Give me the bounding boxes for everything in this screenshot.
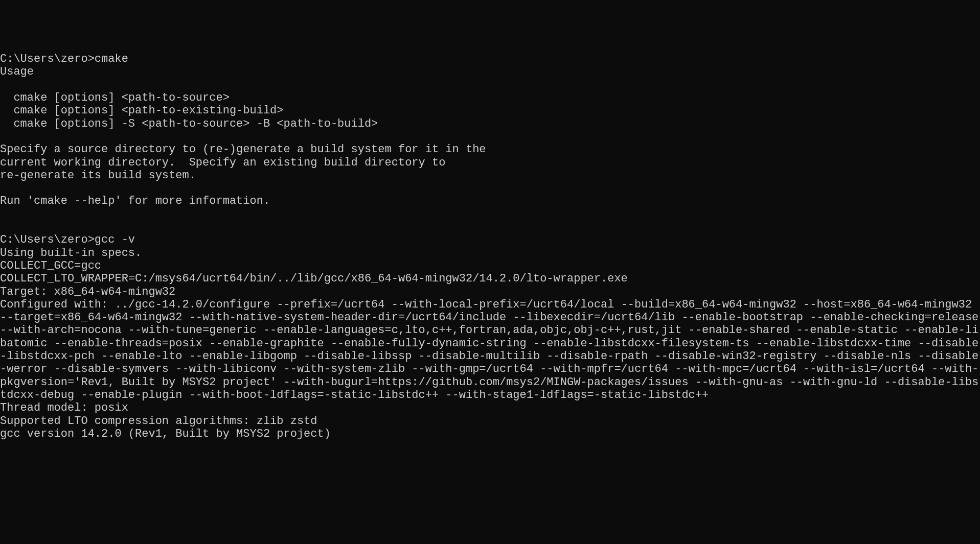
terminal-line: gcc version 14.2.0 (Rev1, Built by MSYS2… (0, 428, 980, 440)
terminal-line: re-generate its build system. (0, 169, 980, 182)
terminal-line (0, 182, 980, 195)
terminal-line (0, 221, 980, 233)
terminal-line: Using built-in specs. (0, 247, 980, 259)
terminal-output[interactable]: C:\Users\zero>cmakeUsage cmake [options]… (0, 53, 980, 440)
terminal-line: C:\Users\zero>cmake (0, 53, 980, 65)
terminal-line (0, 79, 980, 91)
terminal-line: C:\Users\zero>gcc -v (0, 233, 980, 246)
terminal-line: COLLECT_LTO_WRAPPER=C:/msys64/ucrt64/bin… (0, 272, 980, 285)
terminal-line (0, 208, 980, 221)
terminal-line: current working directory. Specify an ex… (0, 156, 980, 169)
terminal-line: Target: x86_64-w64-mingw32 (0, 286, 980, 298)
terminal-line: Specify a source directory to (re-)gener… (0, 143, 980, 156)
terminal-line: Run 'cmake --help' for more information. (0, 195, 980, 207)
terminal-line: Supported LTO compression algorithms: zl… (0, 415, 980, 428)
terminal-line: cmake [options] <path-to-source> (0, 91, 980, 104)
terminal-line: COLLECT_GCC=gcc (0, 259, 980, 272)
terminal-line: cmake [options] <path-to-existing-build> (0, 104, 980, 117)
terminal-line: cmake [options] -S <path-to-source> -B <… (0, 117, 980, 130)
terminal-line (0, 130, 980, 143)
terminal-line: Configured with: ../gcc-14.2.0/configure… (0, 298, 980, 401)
terminal-line: Thread model: posix (0, 401, 980, 414)
terminal-line: Usage (0, 65, 980, 78)
